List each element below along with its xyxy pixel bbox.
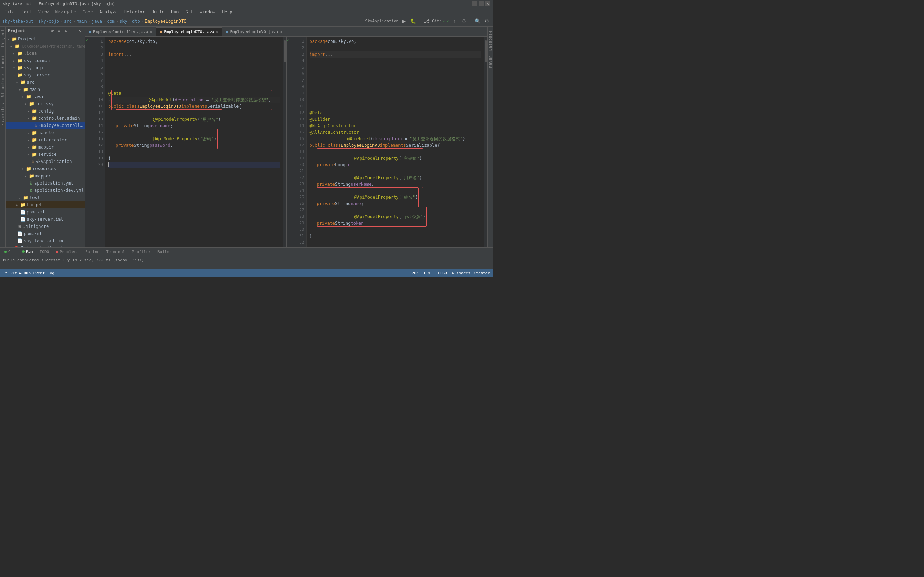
bc-class[interactable]: EmployeeLoginDTO [145,19,187,24]
menu-navigate[interactable]: Navigate [52,9,79,15]
scrollbar-dto[interactable] [283,37,286,247]
bottom-tab-terminal[interactable]: Terminal [103,249,128,255]
menu-window[interactable]: Window [197,9,218,15]
maximize-button[interactable]: □ [478,2,484,6]
panel-commit[interactable]: Commit [0,50,6,70]
tab-close-vo[interactable]: ✕ [280,30,282,34]
bottom-tab-profiler[interactable]: Profiler [129,249,154,255]
tree-handler[interactable]: ▸ 📁 handler [6,129,85,136]
tab-label-vo: EmployeeLoginVO.java [230,29,278,34]
bc-java[interactable]: java [92,19,102,24]
bottom-tab-build[interactable]: Build [155,249,172,255]
bc-com[interactable]: com [107,19,115,24]
bottom-tab-git[interactable]: Git [2,249,18,255]
breadcrumb: sky-take-out › sky-pojo › src › main › j… [2,19,187,24]
bc-pojo[interactable]: sky-pojo [38,19,59,24]
settings-button[interactable]: ⚙ [483,17,491,25]
history-button[interactable]: ⟳ [460,17,468,25]
tree-service[interactable]: ▸ 📁 service [6,151,85,158]
push-button[interactable]: ↑ [451,17,459,25]
scrollbar-vo[interactable] [485,37,487,247]
menu-code[interactable]: Code [80,9,96,15]
tree-sky-server[interactable]: ▾ 📁 sky-server [6,71,85,79]
tab-close-controller[interactable]: ✕ [150,30,152,34]
tree-src[interactable]: ▾ 📁 src [6,79,85,86]
panel-maven[interactable]: Maven [487,53,493,70]
code-content-dto[interactable]: package com.sky.dto; import ... @Data ▸ … [105,37,283,247]
bottom-tab-problems[interactable]: Problems [53,249,82,255]
tab-close-dto[interactable]: ✕ [216,30,218,34]
menu-analyze[interactable]: Analyze [96,9,121,15]
tree-sky-pojo[interactable]: ▾ 📁 sky-pojo [6,64,85,71]
tree-interceptor[interactable]: ▸ 📁 interceptor [6,136,85,143]
run-button[interactable]: ▶ [400,17,408,25]
tree-project[interactable]: ▾ 📁 Project [6,35,85,43]
debug-button[interactable]: 🐛 [409,17,417,25]
panel-database[interactable]: Database [487,28,493,53]
tree-employee-controller[interactable]: ☕ EmployeeController [6,122,85,129]
bc-dto[interactable]: dto [132,19,140,24]
tree-root-pom[interactable]: 📄 pom.xml [6,230,85,237]
collapse-icon[interactable]: — [70,28,76,34]
close-button[interactable]: ✕ [485,2,490,6]
panel-structure[interactable]: Structure [0,72,6,99]
vo-line-10 [310,97,482,103]
sync-icon[interactable]: ⟳ [50,28,55,34]
bc-src[interactable]: src [64,19,72,24]
bottom-tab-run[interactable]: Run [19,248,36,255]
tree-sky-application[interactable]: ☕ SkyApplication [6,158,85,165]
vo-line-8 [310,84,482,90]
close-panel-icon[interactable]: ✕ [77,28,82,34]
menu-file[interactable]: File [2,9,18,15]
menu-view[interactable]: View [36,9,52,15]
tree-application-dev-yml[interactable]: 🗎 application-dev.yml [6,187,85,194]
gear-icon[interactable]: ≡ [56,28,62,34]
tree-sky-take-out[interactable]: ▾ 📁 sky-take-out D:\code\IdeaProjects\sk… [6,43,85,50]
tree-mapper2[interactable]: ▸ 📁 mapper [6,172,85,180]
tree-test[interactable]: ▸ 📁 test [6,194,85,201]
git-button[interactable]: ⎇ [423,17,431,25]
menu-edit[interactable]: Edit [18,9,35,15]
bottom-tab-todo[interactable]: TODO [37,249,52,255]
title-bar: sky-take-out - EmployeeLoginDTO.java [sk… [0,0,493,8]
tree-main[interactable]: ▾ 📁 main [6,86,85,93]
tab-employee-login-dto[interactable]: EmployeeLoginDTO.java ✕ [156,27,222,37]
tree-gitignore[interactable]: 🗎 .gitignore [6,223,85,230]
menu-git[interactable]: Git [183,9,196,15]
tree-java[interactable]: ▾ 📁 java [6,93,85,100]
tree-sky-take-out-iml[interactable]: 📄 sky-take-out.iml [6,237,85,245]
tab-employee-controller[interactable]: EmployeeController.java ✕ [85,27,156,36]
tree-mapper[interactable]: ▸ 📁 mapper [6,143,85,151]
code-content-vo[interactable]: package com.sky.vo; import ... @Data @Bu… [307,37,485,247]
bc-project[interactable]: sky-take-out [2,19,34,24]
tree-sky-common[interactable]: ▸ 📁 sky-common [6,57,85,64]
menu-help[interactable]: Help [219,9,235,15]
search-button[interactable]: 🔍 [473,17,481,25]
tree-application-yml[interactable]: 🗎 application.yml [6,180,85,187]
branch-info: SkyApplication ▶ 🐛 ⎇ Git: ✓ ✓ ↑ ⟳ 🔍 ⚙ [365,17,491,25]
settings-icon[interactable]: ⚙ [63,28,69,34]
bc-sky[interactable]: sky [120,19,128,24]
menu-refactor[interactable]: Refactor [121,9,148,15]
panel-project[interactable]: Project [0,27,6,49]
menu-build[interactable]: Build [149,9,168,15]
tree-target[interactable]: ▸ 📁 target [6,201,85,208]
bottom-tab-spring[interactable]: Spring [82,249,102,255]
tree-com-sky[interactable]: ▾ 📁 com.sky [6,100,85,108]
panel-favorites[interactable]: Favorites [0,101,6,128]
tree-controller-admin[interactable]: ▾ 📁 controller.admin [6,115,85,122]
code-line-10: ▸ @ApiModel(description = "员工登录时传递的数据模型"… [108,97,281,103]
minimize-button[interactable]: ─ [472,2,477,6]
tree-pom-xml[interactable]: 📄 pom.xml [6,208,85,216]
menu-run[interactable]: Run [168,9,182,15]
tab-employee-login-vo[interactable]: EmployeeLoginVO.java ✕ [222,27,286,36]
tree-sky-server-iml[interactable]: 📄 sky-server.iml [6,216,85,223]
tree-resources[interactable]: ▾ 📁 resources [6,165,85,172]
tree-external-libs[interactable]: ▸ 📚 External Libraries [6,245,85,247]
tab-dot-vo [226,31,228,33]
event-log[interactable]: Event Log [33,271,55,276]
tree-idea[interactable]: ▸ 📁 .idea [6,50,85,57]
vo-line-1: package com.sky.vo; [310,38,482,45]
bc-main[interactable]: main [76,19,87,24]
tree-config[interactable]: ▸ 📁 config [6,108,85,115]
